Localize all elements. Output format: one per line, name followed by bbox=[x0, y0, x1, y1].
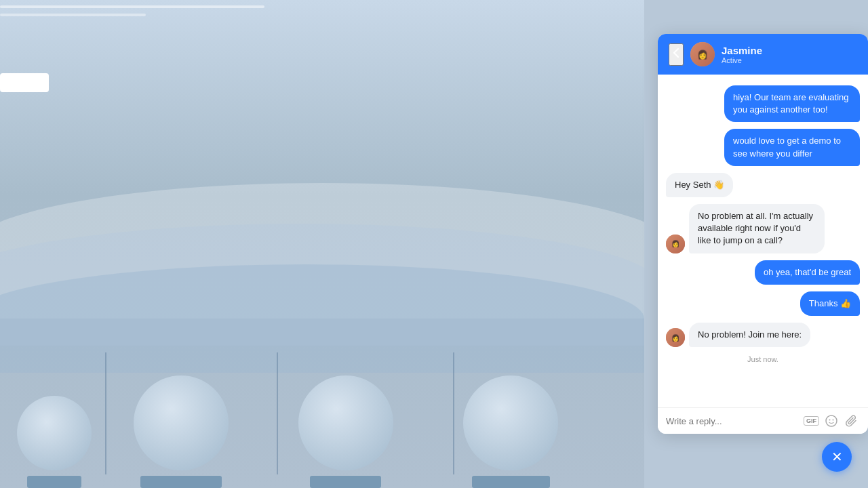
attachment-button[interactable] bbox=[844, 415, 860, 427]
product-card-2[interactable] bbox=[129, 375, 233, 488]
chat-header: 👩 Jasmine Active bbox=[658, 34, 868, 75]
chat-input-icons: GIF bbox=[804, 415, 860, 427]
emoji-button[interactable] bbox=[823, 415, 840, 427]
message-with-avatar-2: 👩 No problem! Join me here: bbox=[666, 323, 860, 347]
svg-point-2 bbox=[833, 420, 834, 421]
message-sent-2: would love to get a demo to see where yo… bbox=[724, 129, 860, 165]
chat-header-info: Jasmine Active bbox=[722, 45, 857, 64]
message-sent-1: hiya! Our team are evaluating you agains… bbox=[724, 85, 860, 122]
card-divider-1 bbox=[105, 352, 106, 474]
card-divider-2 bbox=[277, 352, 278, 474]
message-avatar-1: 👩 bbox=[666, 235, 685, 253]
top-button[interactable] bbox=[0, 73, 49, 92]
message-with-avatar-1: 👩 No problem at all. I'm actually availa… bbox=[666, 204, 860, 253]
chat-close-button[interactable]: ✕ bbox=[822, 442, 852, 472]
top-line-long bbox=[0, 5, 264, 8]
message-timestamp: Just now. bbox=[666, 355, 860, 363]
message-sent-3: oh yea, that'd be great bbox=[755, 260, 860, 285]
card-divider-3 bbox=[453, 352, 454, 474]
agent-status: Active bbox=[722, 56, 857, 64]
message-received-2: No problem at all. I'm actually availabl… bbox=[689, 204, 825, 253]
svg-point-1 bbox=[829, 420, 831, 421]
gif-button[interactable]: GIF bbox=[804, 416, 819, 426]
background-area bbox=[0, 0, 644, 488]
chat-reply-input[interactable] bbox=[666, 416, 798, 426]
product-card-4[interactable] bbox=[459, 375, 563, 488]
chat-panel: 👩 Jasmine Active hiya! Our team are eval… bbox=[658, 34, 868, 434]
close-icon: ✕ bbox=[831, 449, 843, 465]
top-line-short bbox=[0, 14, 146, 16]
chat-messages-container: hiya! Our team are evaluating you agains… bbox=[658, 75, 868, 407]
product-cards-area bbox=[0, 339, 644, 488]
chat-input-area: GIF bbox=[658, 407, 868, 434]
svg-point-0 bbox=[826, 415, 837, 426]
product-card-1[interactable] bbox=[20, 396, 88, 488]
message-avatar-2: 👩 bbox=[666, 328, 685, 347]
message-sent-4: Thanks 👍 bbox=[800, 291, 860, 316]
chat-back-button[interactable] bbox=[669, 43, 684, 66]
agent-avatar: 👩 bbox=[690, 42, 715, 66]
message-received-1: Hey Seth 👋 bbox=[666, 173, 733, 197]
agent-name: Jasmine bbox=[722, 45, 857, 56]
product-card-3[interactable] bbox=[294, 375, 397, 488]
message-received-3: No problem! Join me here: bbox=[689, 323, 810, 347]
